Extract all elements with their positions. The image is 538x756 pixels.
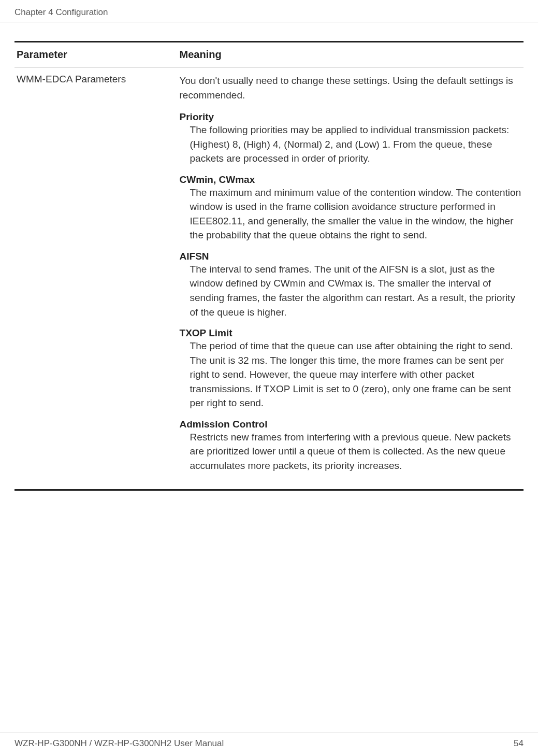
footer-page-number: 54 (514, 738, 524, 749)
param-meaning: You don't usually need to change these s… (178, 67, 524, 490)
def-title-admission: Admission Control (180, 419, 521, 430)
def-priority: Priority The following priorities may be… (180, 111, 521, 166)
def-title-txop: TXOP Limit (180, 327, 521, 339)
col-meaning: Meaning (178, 42, 524, 67)
def-body-cwminmax: The maximum and minimum value of the con… (180, 186, 521, 243)
def-txop: TXOP Limit The period of time that the q… (180, 327, 521, 410)
def-cwminmax: CWmin, CWmax The maximum and minimum val… (180, 174, 521, 243)
def-body-priority: The following priorities may be applied … (180, 123, 521, 166)
def-admission: Admission Control Restricts new frames f… (180, 419, 521, 473)
table-row: WMM-EDCA Parameters You don't usually ne… (14, 67, 524, 490)
parameter-table: Parameter Meaning WMM-EDCA Parameters Yo… (14, 41, 524, 491)
def-aifsn: AIFSN The interval to send frames. The u… (180, 251, 521, 319)
param-name: WMM-EDCA Parameters (14, 67, 178, 490)
page-footer: WZR-HP-G300NH / WZR-HP-G300NH2 User Manu… (0, 733, 538, 756)
meaning-intro: You don't usually need to change these s… (180, 74, 521, 102)
def-body-txop: The period of time that the queue can us… (180, 339, 521, 410)
content-area: Parameter Meaning WMM-EDCA Parameters Yo… (0, 41, 538, 491)
def-title-priority: Priority (180, 111, 521, 123)
footer-manual: WZR-HP-G300NH / WZR-HP-G300NH2 User Manu… (14, 738, 224, 749)
def-title-aifsn: AIFSN (180, 251, 521, 262)
table-header-row: Parameter Meaning (14, 42, 524, 67)
def-body-admission: Restricts new frames from interfering wi… (180, 430, 521, 473)
col-parameter: Parameter (14, 42, 178, 67)
def-body-aifsn: The interval to send frames. The unit of… (180, 262, 521, 319)
chapter-label: Chapter 4 Configuration (14, 7, 108, 17)
page-header: Chapter 4 Configuration (0, 0, 538, 22)
def-title-cwminmax: CWmin, CWmax (180, 174, 521, 186)
